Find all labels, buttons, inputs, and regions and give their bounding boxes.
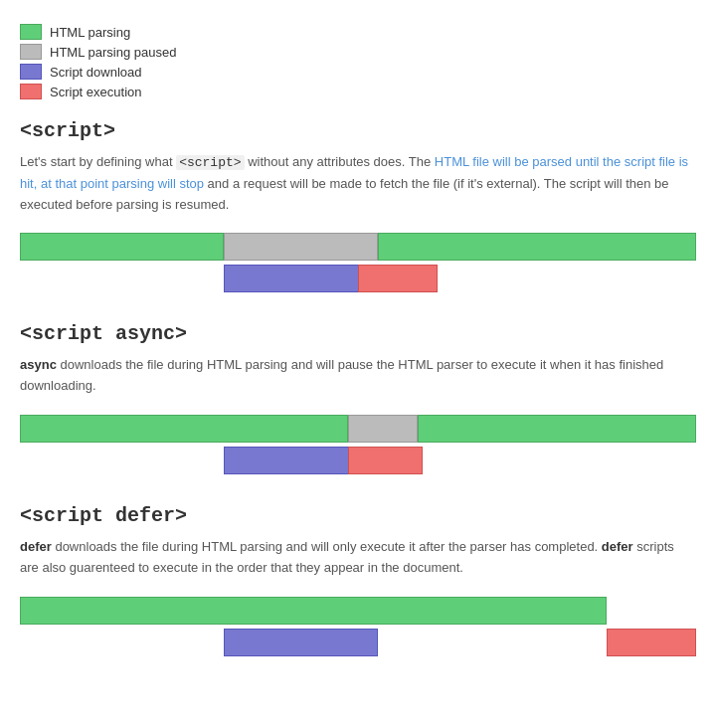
- legend-item: HTML parsing paused: [20, 44, 696, 60]
- chart-bar: [358, 265, 438, 292]
- chart-container: [20, 233, 696, 292]
- section-title: <script>: [20, 119, 696, 142]
- legend-item: HTML parsing: [20, 24, 696, 40]
- legend-item: Script execution: [20, 84, 696, 99]
- chart-bar: [20, 597, 607, 625]
- chart-container: [20, 415, 696, 474]
- chart-row: [20, 447, 696, 474]
- chart-bar: [378, 233, 696, 261]
- legend-color-box: [20, 84, 42, 99]
- chart-row: [20, 597, 696, 625]
- legend-label: Script execution: [50, 85, 142, 99]
- section-script-defer: <script defer>defer downloads the file d…: [20, 504, 696, 656]
- legend-label: Script download: [50, 65, 142, 80]
- section-title: <script defer>: [20, 504, 696, 527]
- section-script-async: <script async>async downloads the file d…: [20, 322, 696, 474]
- legend-items: HTML parsing HTML parsing paused Script …: [20, 24, 696, 99]
- chart-row: [20, 629, 696, 656]
- section-script: <script>Let's start by defining what <sc…: [20, 119, 696, 292]
- legend-color-box: [20, 64, 42, 80]
- legend-item: Script download: [20, 64, 696, 80]
- legend-color-box: [20, 24, 42, 40]
- chart-bar: [348, 447, 423, 474]
- section-desc: async downloads the file during HTML par…: [20, 355, 696, 397]
- chart-bar: [20, 233, 224, 261]
- section-desc: defer downloads the file during HTML par…: [20, 537, 696, 579]
- section-title: <script async>: [20, 322, 696, 345]
- chart-container: [20, 597, 696, 656]
- chart-row: [20, 415, 696, 443]
- chart-bar: [224, 233, 378, 261]
- legend-label: HTML parsing paused: [50, 45, 176, 60]
- chart-bar: [224, 447, 353, 474]
- chart-bar: [224, 629, 378, 656]
- legend-color-box: [20, 44, 42, 60]
- chart-bar: [418, 415, 696, 443]
- chart-bar: [607, 629, 696, 656]
- chart-row: [20, 233, 696, 261]
- section-desc: Let's start by defining what <script> wi…: [20, 152, 696, 215]
- legend-section: HTML parsing HTML parsing paused Script …: [20, 24, 696, 99]
- chart-bar: [348, 415, 418, 443]
- chart-row: [20, 265, 696, 292]
- chart-bar: [224, 265, 378, 292]
- legend-label: HTML parsing: [50, 25, 130, 40]
- sections-container: <script>Let's start by defining what <sc…: [20, 119, 696, 656]
- chart-bar: [20, 415, 348, 443]
